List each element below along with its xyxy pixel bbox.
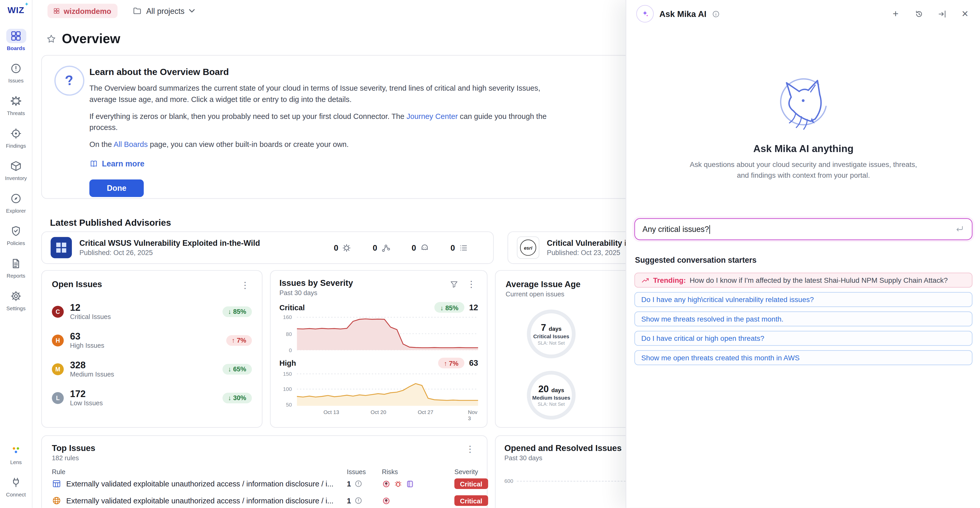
chevron-down-icon bbox=[189, 9, 195, 13]
filter-icon[interactable] bbox=[450, 280, 458, 288]
wiz-app: WIZ ✦ Boards Issues Threats Findings bbox=[0, 0, 980, 508]
sidebar-item-issues[interactable]: Issues bbox=[1, 56, 31, 89]
threat-actor-icon bbox=[420, 243, 430, 252]
enter-icon[interactable] bbox=[955, 225, 965, 234]
open-issues-row-critical[interactable]: C 12Critical Issues ↓ 85% bbox=[52, 297, 252, 326]
favorite-star-icon[interactable] bbox=[46, 33, 56, 44]
advisory-published: Published: Oct 26, 2025 bbox=[79, 249, 260, 256]
settings-icon bbox=[6, 289, 26, 303]
suggestion-pill[interactable]: Do I have any high\critical vulnerabilit… bbox=[634, 292, 972, 307]
sidebar-item-reports[interactable]: Reports bbox=[1, 252, 31, 284]
trend-chip: ↑ 7% bbox=[438, 358, 464, 368]
malware-icon bbox=[394, 479, 402, 488]
medium-age-gauge[interactable]: 20 days Medium Issues SLA: Not Set bbox=[527, 371, 576, 420]
malware-icon bbox=[342, 243, 352, 252]
kebab-menu-icon[interactable]: ⋮ bbox=[465, 279, 478, 290]
trend-chip: ↓ 65% bbox=[222, 364, 252, 374]
sidebar-item-connect[interactable]: Connect bbox=[1, 470, 31, 503]
widget-title[interactable]: Issues by Severity bbox=[279, 279, 353, 288]
tenant-badge[interactable]: wizdomdemo bbox=[48, 4, 118, 18]
done-button[interactable]: Done bbox=[89, 180, 144, 197]
advisory-stat: 0 bbox=[334, 243, 352, 252]
all-boards-link[interactable]: All Boards bbox=[113, 140, 148, 149]
top-bar: wizdomdemo All projects bbox=[48, 4, 195, 18]
top-issues-widget: Top Issues 182 rules ⋮ Rule Issues Risks… bbox=[41, 435, 488, 508]
project-scope-dropdown[interactable]: All projects bbox=[132, 6, 195, 16]
table-row[interactable]: Externally validated exploitable unautho… bbox=[52, 492, 477, 508]
sidebar-item-findings[interactable]: Findings bbox=[1, 121, 31, 154]
question-doodle-icon: ? bbox=[52, 64, 86, 97]
widget-title[interactable]: Open Issues bbox=[52, 279, 102, 289]
mika-input-value: Any critical issues? bbox=[643, 225, 709, 234]
open-issues-row-high[interactable]: H 63High Issues ↑ 7% bbox=[52, 326, 252, 355]
open-issues-row-medium[interactable]: M 328Medium Issues ↓ 65% bbox=[52, 355, 252, 384]
issue-warning-icon bbox=[354, 497, 363, 505]
sidebar-item-boards[interactable]: Boards bbox=[1, 24, 31, 56]
chart-x-axis: Oct 13 Oct 20 Oct 27 Nov 3 bbox=[297, 409, 478, 417]
sidebar: WIZ ✦ Boards Issues Threats Findings bbox=[0, 0, 33, 508]
sidebar-item-explorer[interactable]: Explorer bbox=[1, 186, 31, 219]
issues-by-severity-widget: Issues by Severity Past 30 days ⋮ Critic… bbox=[270, 270, 487, 428]
microsoft-logo bbox=[51, 237, 72, 258]
critical-age-gauge[interactable]: 7 days Critical Issues SLA: Not Set bbox=[527, 309, 576, 358]
intro-paragraph-3: On the All Boards page, you can view oth… bbox=[89, 139, 552, 150]
trending-suggestion[interactable]: Trending: How do I know if I'm affected … bbox=[634, 273, 972, 288]
exposure-icon bbox=[382, 496, 391, 505]
sidebar-item-lens[interactable]: Lens bbox=[1, 438, 31, 470]
lens-icon bbox=[6, 443, 26, 457]
findings-icon bbox=[6, 126, 26, 141]
kebab-menu-icon[interactable]: ⋮ bbox=[238, 279, 252, 291]
connect-icon bbox=[6, 475, 26, 490]
severity-low-icon: L bbox=[52, 392, 64, 403]
advisory-title: Critical Vulnerability in A bbox=[547, 239, 639, 248]
page-header: Overview bbox=[46, 31, 120, 46]
mika-input[interactable]: Any critical issues? bbox=[634, 218, 972, 240]
page-title: Overview bbox=[62, 31, 120, 46]
info-icon[interactable] bbox=[712, 10, 720, 18]
trend-chip: ↑ 7% bbox=[226, 335, 252, 346]
journey-center-link[interactable]: Journey Center bbox=[407, 112, 458, 121]
mika-fox-illustration bbox=[769, 76, 838, 136]
attack-path-icon bbox=[381, 243, 390, 252]
collapse-panel-icon[interactable] bbox=[936, 8, 947, 19]
high-trend-chart[interactable]: 15010050 bbox=[297, 371, 478, 406]
esri-logo: esri bbox=[517, 236, 539, 259]
trend-chip: ↓ 85% bbox=[434, 302, 464, 312]
intro-paragraph-2: If everything is zeros or blank, then yo… bbox=[89, 111, 552, 133]
mika-description: Ask questions about your cloud security … bbox=[687, 159, 920, 181]
advisory-title: Critical WSUS Vulnerability Exploited in… bbox=[79, 239, 260, 248]
table-header: Rule Issues Risks Severity bbox=[52, 468, 477, 475]
sidebar-item-inventory[interactable]: Inventory bbox=[1, 154, 31, 186]
logo-sparkle-icon: ✦ bbox=[25, 2, 29, 7]
data-icon bbox=[406, 479, 414, 488]
wiz-logo[interactable]: WIZ ✦ bbox=[8, 5, 24, 15]
advisory-published: Published: Oct 23, 2025 bbox=[547, 249, 639, 256]
ask-mika-panel: Ask Mika AI + × bbox=[625, 0, 980, 508]
sidebar-item-settings[interactable]: Settings bbox=[1, 284, 31, 317]
suggestion-pill[interactable]: Show me threats resolved in the past mon… bbox=[634, 312, 972, 326]
mika-heading: Ask Mika AI anything bbox=[626, 143, 980, 154]
boards-icon bbox=[6, 29, 26, 43]
severity-medium-icon: M bbox=[52, 363, 64, 375]
suggestion-pill[interactable]: Do I have critical or high open threats? bbox=[634, 331, 972, 346]
trend-chip: ↓ 85% bbox=[222, 306, 252, 317]
severity-badge: Critical bbox=[454, 478, 488, 489]
learn-more-link[interactable]: Learn more bbox=[89, 159, 144, 168]
suggestion-pill[interactable]: Show me open threats created this month … bbox=[634, 350, 972, 365]
mika-panel-title: Ask Mika AI bbox=[659, 9, 706, 19]
new-chat-icon[interactable]: + bbox=[890, 8, 901, 19]
issue-warning-icon bbox=[354, 480, 363, 488]
advisory-card[interactable]: Critical WSUS Vulnerability Exploited in… bbox=[41, 231, 494, 264]
history-icon[interactable] bbox=[913, 8, 924, 19]
severity-badge: Critical bbox=[454, 495, 488, 506]
book-icon bbox=[89, 159, 98, 168]
widget-title[interactable]: Top Issues bbox=[52, 443, 95, 453]
open-issues-row-low[interactable]: L 172Low Issues ↓ 30% bbox=[52, 384, 252, 412]
close-panel-icon[interactable]: × bbox=[959, 8, 971, 19]
kebab-menu-icon[interactable]: ⋮ bbox=[463, 443, 477, 455]
sidebar-item-policies[interactable]: Policies bbox=[1, 219, 31, 252]
critical-trend-chart[interactable]: 160800 bbox=[297, 315, 478, 350]
sidebar-item-threats[interactable]: Threats bbox=[1, 89, 31, 121]
reports-icon bbox=[6, 256, 26, 271]
table-row[interactable]: Externally validated exploitable unautho… bbox=[52, 475, 477, 492]
